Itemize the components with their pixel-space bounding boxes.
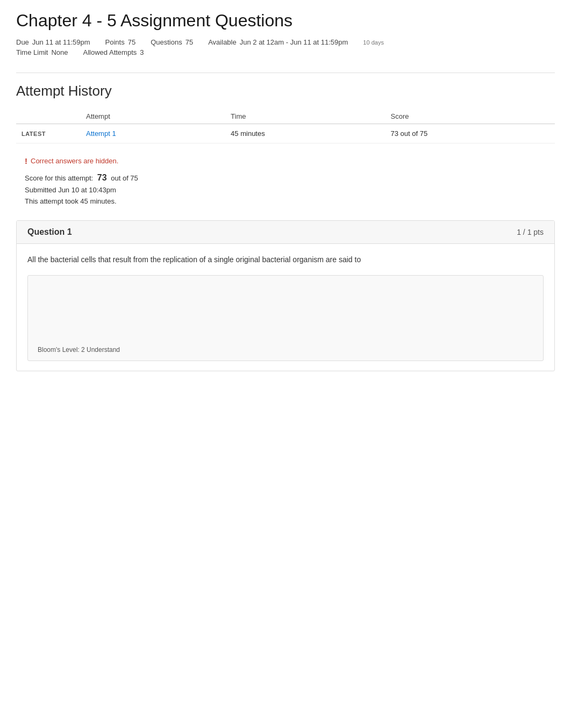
attempt-1-link[interactable]: Attempt 1 [86,129,116,138]
score-info-line: Score for this attempt: 73 out of 75 [25,173,555,183]
points-value: 75 [128,38,135,46]
blooms-label: Bloom's Level: 2 Understand [38,345,120,355]
hidden-answers-notice: ! Correct answers are hidden. [25,156,555,165]
due-label: Due [16,38,29,46]
available-item: Available Jun 2 at 12am - Jun 11 at 11:5… [208,38,348,46]
points-item: Points 75 [105,38,136,46]
attempt-history-title: Attempt History [16,83,555,99]
meta-row-2: Time Limit None Allowed Attempts 3 [16,48,555,56]
col-header-time: Time [225,109,385,124]
available-value: Jun 2 at 12am - Jun 11 at 11:59pm [240,38,348,46]
score-number: 73 [97,173,107,182]
answer-choices-area: Bloom's Level: 2 Understand [27,275,544,361]
available-label: Available [208,38,237,46]
score-suffix: out of 75 [111,174,138,182]
allowed-attempts-item: Allowed Attempts 3 [83,48,144,56]
question-1-body: All the bacterial cells that result from… [17,244,554,371]
time-limit-item: Time Limit None [16,48,68,56]
attempt-history-table: Attempt Time Score LATEST Attempt 1 45 m… [16,109,555,143]
questions-label: Questions [151,38,182,46]
hidden-answers-text: Correct answers are hidden. [31,157,118,165]
due-item: Due Jun 11 at 11:59pm [16,38,90,46]
points-label: Points [105,38,125,46]
latest-badge: LATEST [16,124,81,143]
question-1-points: 1 / 1 pts [517,228,544,236]
questions-item: Questions 75 [151,38,193,46]
due-value: Jun 11 at 11:59pm [32,38,90,46]
allowed-attempts-value: 3 [140,48,144,56]
table-row: LATEST Attempt 1 45 minutes 73 out of 75 [16,124,555,143]
section-divider [16,73,555,73]
meta-row-1: Due Jun 11 at 11:59pm Points 75 Question… [16,38,555,46]
warning-icon: ! [25,156,27,165]
question-1-text: All the bacterial cells that result from… [27,254,544,265]
col-header-attempt: Attempt [81,109,225,124]
attempt-score: 73 out of 75 [386,124,555,143]
available-duration-item: 10 days [363,38,384,46]
attempt-link-cell[interactable]: Attempt 1 [81,124,225,143]
question-1-block: Question 1 1 / 1 pts All the bacterial c… [16,220,555,371]
allowed-attempts-label: Allowed Attempts [83,48,137,56]
time-limit-value: None [51,48,68,56]
attempt-time: 45 minutes [225,124,385,143]
col-header-score: Score [386,109,555,124]
score-label: Score for this attempt: [25,174,93,182]
time-limit-label: Time Limit [16,48,48,56]
questions-value: 75 [185,38,193,46]
question-1-label: Question 1 [27,227,72,237]
submitted-line: Submitted Jun 10 at 10:43pm [25,186,555,194]
page-title: Chapter 4 - 5 Assignment Questions [16,11,555,31]
col-header-badge [16,109,81,124]
available-duration: 10 days [363,39,384,46]
duration-line: This attempt took 45 minutes. [25,197,555,205]
question-1-header: Question 1 1 / 1 pts [17,221,554,244]
